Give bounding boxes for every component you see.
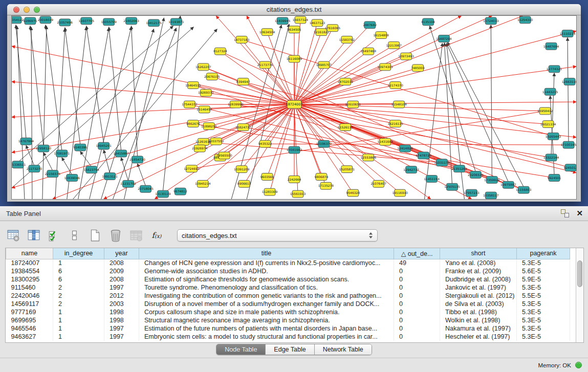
column-header-out_degree[interactable]: △ out_de... [394, 248, 440, 259]
network-node[interactable]: 10391209 [234, 166, 250, 173]
network-node[interactable]: 11839945 [275, 17, 291, 25]
network-node[interactable]: 16487294 [436, 35, 452, 42]
table-cell[interactable]: 0 [394, 300, 440, 308]
change-table-mode-button[interactable] [5, 227, 21, 244]
table-cell[interactable]: 1997 [104, 324, 139, 333]
table-cell[interactable]: 0 [394, 267, 440, 275]
select-all-button[interactable] [46, 227, 62, 244]
table-cell[interactable]: Changes of HCN gene expression and I(f) … [139, 259, 394, 267]
network-node[interactable]: 21057496 [57, 19, 73, 26]
network-node[interactable]: 10196370 [316, 140, 332, 147]
network-node[interactable]: 18945201 [96, 142, 112, 149]
network-node[interactable]: 12174370 [387, 82, 403, 89]
network-node[interactable]: 8906617 [237, 180, 251, 187]
column-header-short[interactable]: short [440, 248, 517, 259]
network-node[interactable]: 16216135 [387, 120, 403, 127]
network-node[interactable]: 10839046 [64, 174, 80, 182]
table-cell[interactable]: 6 [53, 275, 104, 283]
network-node[interactable]: 21173776 [257, 61, 273, 69]
table-cell[interactable]: 19384554 [6, 267, 53, 275]
network-node[interactable]: 16487694 [543, 42, 559, 50]
network-node[interactable]: 9862676 [186, 120, 200, 127]
network-node[interactable]: 12553866 [361, 154, 377, 161]
network-node[interactable]: 8394947 [236, 78, 250, 85]
network-node[interactable]: 22037552 [208, 138, 224, 145]
network-node[interactable]: 17100345 [561, 141, 576, 148]
network-node[interactable]: 13322144 [543, 154, 559, 161]
network-node[interactable]: 11583782 [339, 36, 355, 43]
table-cell[interactable]: Yano et al. (2008) [440, 259, 517, 267]
table-row[interactable]: 2242004622012Investigating the contribut… [6, 292, 570, 300]
network-node[interactable]: 11607705 [79, 17, 95, 25]
network-node[interactable]: 7485003 [411, 64, 425, 72]
column-header-title[interactable]: title [139, 248, 394, 259]
network-node[interactable]: 16262207 [195, 63, 211, 71]
network-node[interactable]: 15561913 [290, 190, 306, 198]
network-node[interactable]: 17359926 [484, 176, 500, 183]
table-cell[interactable]: 9115460 [6, 283, 53, 292]
network-node[interactable]: 14702039 [338, 78, 354, 85]
network-node[interactable]: 21802063 [123, 17, 139, 25]
table-cell[interactable]: 5.3E-5 [517, 316, 570, 324]
network-node[interactable]: 10193871 [168, 18, 184, 26]
network-node[interactable]: 19269370 [198, 89, 214, 96]
table-cell[interactable]: 1 [53, 333, 104, 341]
table-cell[interactable]: 2 [53, 300, 104, 308]
table-cell[interactable]: 9465546 [6, 324, 53, 333]
network-node[interactable]: 9140396 [73, 144, 87, 151]
network-node[interactable]: 8135104 [421, 18, 435, 26]
network-node[interactable]: 14737183 [234, 36, 250, 43]
network-node[interactable]: 14637123 [310, 19, 325, 27]
table-cell[interactable]: 9463627 [6, 333, 53, 341]
table-cell[interactable]: Tibbo et al. (1998) [440, 308, 517, 316]
network-node[interactable]: 15110234 [560, 30, 576, 37]
network-node[interactable]: 15146457 [197, 106, 212, 113]
table-cell[interactable]: 5.3E-5 [517, 333, 570, 341]
table-row[interactable]: 977716911998Corpus callosum shape and si… [6, 308, 570, 316]
network-node[interactable]: 15336511 [12, 161, 26, 168]
network-node[interactable]: 21926974 [192, 145, 208, 152]
table-cell[interactable]: 5.3E-5 [517, 324, 570, 333]
network-node[interactable]: 10265443 [546, 133, 561, 140]
table-cell[interactable]: Hescheler et al. (1997) [440, 333, 517, 341]
table-row[interactable]: 1872400712008Changes of HCN gene express… [6, 259, 570, 267]
table-cell[interactable]: 5.3E-5 [517, 300, 570, 308]
table-cell[interactable]: 0 [394, 308, 440, 316]
table-cell[interactable]: 0 [394, 283, 440, 292]
table-row[interactable]: 946362711997Embryonic stem cells: a mode… [6, 333, 570, 341]
table-cell[interactable]: Estimation of significance thresholds fo… [139, 275, 394, 283]
table-cell[interactable]: 18300295 [6, 275, 53, 283]
column-header-in_degree[interactable]: in_degree [53, 248, 104, 259]
table-row[interactable]: 911546021997Tourette syndrome. Phenomeno… [6, 283, 570, 292]
table-cell[interactable]: 5.3E-5 [517, 308, 570, 316]
table-selector-dropdown[interactable]: citations_edges.txt [177, 229, 378, 242]
table-cell[interactable]: 2008 [104, 275, 139, 283]
table-cell[interactable]: 1 [53, 259, 104, 267]
network-node[interactable]: 11548108 [391, 101, 407, 108]
network-node[interactable]: 10975887 [500, 181, 516, 188]
network-node[interactable]: 20018039 [38, 16, 54, 24]
network-node[interactable]: 16415887 [113, 150, 129, 157]
network-node[interactable]: 16154808 [373, 32, 389, 39]
network-node[interactable]: 18724007 [286, 100, 303, 108]
table-cell[interactable]: 6 [53, 267, 104, 275]
table-cell[interactable]: Jankovic et al. (1997) [440, 283, 517, 292]
network-node[interactable]: 11526110 [338, 124, 354, 131]
network-node[interactable]: 20676105 [204, 73, 220, 80]
network-node[interactable]: 12774321 [547, 65, 562, 73]
table-cell[interactable]: 5.6E-5 [517, 267, 570, 275]
table-row[interactable]: 1456911722003Disruption of a novel membe… [6, 300, 570, 308]
network-node[interactable]: 20206535 [468, 171, 484, 179]
network-node[interactable]: 15958412 [537, 107, 553, 115]
table-cell[interactable]: 49 [394, 259, 440, 267]
table-row[interactable]: 1938455462009Genome-wide association stu… [6, 267, 570, 275]
network-node[interactable]: 11443215 [542, 88, 558, 95]
network-node[interactable]: 9435322 [258, 140, 272, 147]
network-node[interactable]: 17544377 [182, 101, 198, 108]
table-cell[interactable]: 9699695 [6, 316, 53, 324]
network-node[interactable]: 8127324 [213, 48, 227, 55]
table-cell[interactable]: 0 [394, 333, 440, 341]
network-node[interactable]: 2887682 [363, 21, 377, 29]
column-header-year[interactable]: year [104, 248, 139, 259]
table-cell[interactable]: 14569117 [6, 300, 53, 308]
